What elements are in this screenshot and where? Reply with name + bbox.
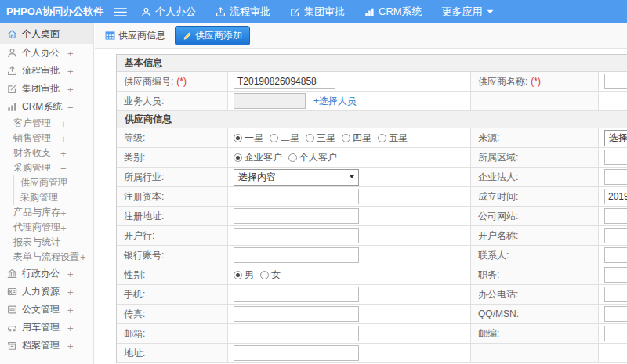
chart-icon xyxy=(7,102,17,112)
sidebar-item-product-inventory[interactable]: 产品与库存+ xyxy=(0,205,93,220)
sidebar-item-form-flow-settings[interactable]: 表单与流程设置+ xyxy=(0,250,93,265)
tab-supplier-info[interactable]: 供应商信息 xyxy=(105,29,165,42)
gender-radio-group-option-1[interactable]: 女 xyxy=(260,268,281,282)
doc-icon xyxy=(7,305,17,315)
choose-person-link[interactable]: +选择人员 xyxy=(314,95,357,108)
form-row: 邮箱:邮编: xyxy=(117,324,627,344)
sidebar-item-personal-office[interactable]: 个人办公+ xyxy=(0,44,93,62)
sidebar-item-label: 个人桌面 xyxy=(22,27,60,41)
radio-icon[interactable] xyxy=(378,134,386,142)
source-select[interactable]: 选择内容 xyxy=(604,130,627,146)
category-radio-group-option-0[interactable]: 企业客户 xyxy=(234,151,282,164)
field-label: 类别: xyxy=(117,148,228,167)
expand-toggle[interactable]: + xyxy=(80,252,86,262)
sidebar-item-vehicle-mgmt[interactable]: 用车管理+ xyxy=(0,319,93,337)
expand-toggle[interactable]: − xyxy=(60,163,67,173)
office-phone-input[interactable] xyxy=(604,287,627,302)
bank-account-input[interactable] xyxy=(234,247,359,263)
sidebar-item-human-resources[interactable]: 人力资源+ xyxy=(0,283,93,301)
level-radio-group-option-1[interactable]: 二星 xyxy=(270,132,299,145)
company-website-input[interactable] xyxy=(604,208,627,224)
tab-supplier-add[interactable]: 供应商添加 xyxy=(175,26,250,45)
level-radio-group-option-0[interactable]: 一星 xyxy=(234,132,263,145)
founding-date-input[interactable] xyxy=(604,189,627,204)
radio-icon[interactable] xyxy=(270,134,278,142)
sidebar-item-label: 采购管理 xyxy=(13,161,51,175)
form-row: 业务人员:+选择人员 xyxy=(117,92,627,111)
position-input[interactable] xyxy=(604,267,627,283)
fax-input[interactable] xyxy=(234,306,359,322)
sidebar-item-personal-desktop[interactable]: 个人桌面 xyxy=(0,23,93,44)
qq-msn-input[interactable] xyxy=(604,306,627,322)
postcode-input[interactable] xyxy=(604,326,627,341)
sidebar-item-group-approval[interactable]: 集团审批+ xyxy=(0,80,93,98)
radio-icon[interactable] xyxy=(234,134,242,142)
expand-toggle[interactable]: + xyxy=(60,207,67,218)
registered-address-input[interactable] xyxy=(234,208,359,224)
level-radio-group-option-4[interactable]: 五星 xyxy=(378,132,408,145)
expand-toggle[interactable]: + xyxy=(67,66,74,76)
expand-toggle[interactable]: + xyxy=(60,118,67,128)
radio-icon[interactable] xyxy=(306,134,314,142)
account-name-input[interactable] xyxy=(604,228,627,243)
radio-icon[interactable] xyxy=(288,153,297,162)
bank-input[interactable] xyxy=(234,228,359,243)
sidebar-item-purchase-mgmt[interactable]: 采购管理− xyxy=(0,160,93,175)
tab-strip: 供应商信息供应商添加 xyxy=(95,23,627,49)
supplier-name-input[interactable] xyxy=(604,74,627,89)
radio-icon[interactable] xyxy=(260,271,269,279)
expand-toggle[interactable]: + xyxy=(67,323,74,333)
gender-radio-group-option-0[interactable]: 男 xyxy=(234,268,254,282)
sidebar-item-archive-mgmt[interactable]: 档案管理+ xyxy=(0,337,93,355)
expand-toggle[interactable]: + xyxy=(67,305,74,315)
nav-more-apps[interactable]: 更多应用 xyxy=(442,5,494,19)
region-input[interactable] xyxy=(604,150,627,165)
registered-capital-input[interactable] xyxy=(234,189,359,204)
expand-toggle[interactable]: + xyxy=(60,133,67,143)
expand-toggle[interactable]: + xyxy=(67,84,74,94)
nav-workflow-approval[interactable]: 流程审批 xyxy=(216,5,270,19)
sidebar-item-sales-mgmt[interactable]: 销售管理+ xyxy=(0,131,93,146)
contact-input[interactable] xyxy=(604,247,627,263)
sidebar-item-label: 个人办公 xyxy=(22,46,60,59)
hamburger-menu-button[interactable] xyxy=(114,7,127,17)
radio-icon[interactable] xyxy=(342,134,350,142)
category-radio-group-option-1[interactable]: 个人客户 xyxy=(288,151,337,164)
nav-personal-office[interactable]: 个人办公 xyxy=(141,5,196,19)
radio-icon[interactable] xyxy=(234,271,242,279)
nav-crm-system[interactable]: CRM系统 xyxy=(364,5,422,19)
expand-toggle[interactable]: + xyxy=(60,148,67,158)
nav-label: CRM系统 xyxy=(379,5,422,19)
topbar: PHPOA协同办公软件 个人办公流程审批集团审批CRM系统更多应用 xyxy=(0,0,627,23)
supplier-code-input[interactable] xyxy=(234,74,335,89)
level-radio-group-option-3[interactable]: 四星 xyxy=(342,132,371,145)
expand-toggle[interactable]: + xyxy=(67,341,74,351)
address-input[interactable] xyxy=(234,345,359,361)
sidebar-item-supplier-mgmt[interactable]: 供应商管理 xyxy=(13,175,93,190)
mobile-input[interactable] xyxy=(234,287,359,302)
sidebar-item-procurement-mgmt[interactable]: 采购管理 xyxy=(13,190,93,205)
sidebar-item-reports-stats[interactable]: 报表与统计 xyxy=(0,235,93,250)
field-label: 职务: xyxy=(471,265,599,284)
expand-toggle[interactable]: + xyxy=(67,48,74,58)
nav-group-approval[interactable]: 集团审批 xyxy=(290,5,345,19)
expand-toggle[interactable]: + xyxy=(67,287,74,297)
industry-select[interactable]: 选择内容 xyxy=(234,169,359,186)
sidebar-item-workflow-approval[interactable]: 流程审批+ xyxy=(0,62,93,80)
expand-toggle[interactable]: + xyxy=(60,222,67,232)
sidebar-item-customer-mgmt[interactable]: 客户管理+ xyxy=(0,116,93,131)
expand-toggle[interactable]: + xyxy=(67,268,74,279)
expand-toggle[interactable]: − xyxy=(67,102,74,112)
sidebar-item-document-mgmt[interactable]: 公文管理+ xyxy=(0,301,93,319)
sidebar-item-admin-office[interactable]: 行政办公+ xyxy=(0,265,93,283)
topbar-nav: 个人办公流程审批集团审批CRM系统更多应用 xyxy=(141,5,513,19)
sidebar-item-finance[interactable]: 财务收支+ xyxy=(0,146,93,160)
sidebar-item-agent-mgmt[interactable]: 代理商管理+ xyxy=(0,220,93,235)
radio-icon[interactable] xyxy=(234,153,242,162)
form-row: 所属行业:选择内容企业法人: xyxy=(117,168,627,187)
legal-person-input[interactable] xyxy=(604,169,627,185)
email-input[interactable] xyxy=(234,326,359,341)
level-radio-group-option-2[interactable]: 三星 xyxy=(306,132,335,145)
business-person-input[interactable] xyxy=(234,93,306,109)
sidebar-item-crm-system[interactable]: CRM系统− xyxy=(0,98,93,116)
